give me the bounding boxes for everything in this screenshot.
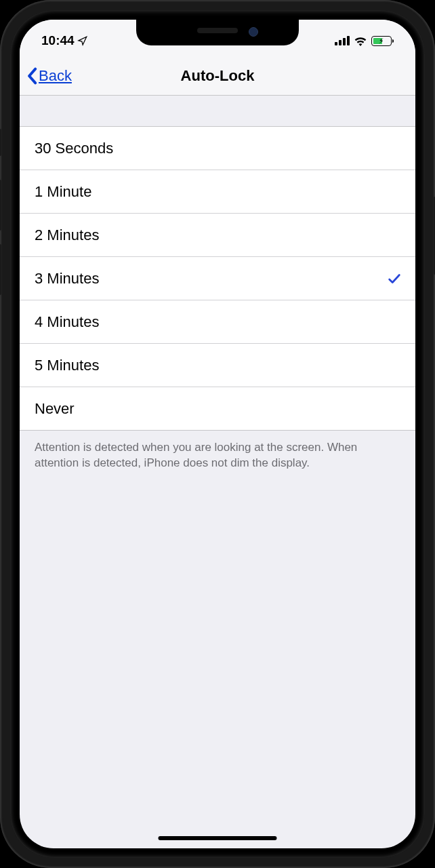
cellular-icon xyxy=(335,36,350,45)
page-title: Auto-Lock xyxy=(181,67,255,85)
bezel: 10:44 ⚡︎ xyxy=(10,10,425,858)
section-spacer xyxy=(20,96,415,127)
chevron-left-icon xyxy=(26,67,37,85)
option-row[interactable]: 30 Seconds xyxy=(20,127,415,170)
wifi-icon xyxy=(354,36,367,46)
option-label: 30 Seconds xyxy=(35,140,113,157)
footer-text: Attention is detected when you are looki… xyxy=(20,431,415,481)
status-time: 10:44 xyxy=(41,33,75,48)
option-label: 5 Minutes xyxy=(35,357,99,374)
option-row[interactable]: 3 Minutes xyxy=(20,257,415,300)
location-icon xyxy=(77,36,87,46)
notch xyxy=(136,20,299,45)
option-row[interactable]: 1 Minute xyxy=(20,170,415,214)
battery-icon: ⚡︎ xyxy=(371,36,394,46)
option-row[interactable]: 4 Minutes xyxy=(20,300,415,344)
option-row[interactable]: Never xyxy=(20,387,415,431)
option-label: 4 Minutes xyxy=(35,313,99,331)
back-button[interactable]: Back xyxy=(26,67,72,85)
option-label: Never xyxy=(35,400,75,418)
option-row[interactable]: 5 Minutes xyxy=(20,344,415,387)
screen: 10:44 ⚡︎ xyxy=(20,20,415,848)
volume-down-button[interactable] xyxy=(0,244,1,295)
nav-bar: Back Auto-Lock xyxy=(20,56,415,96)
option-label: 2 Minutes xyxy=(35,226,99,244)
option-label: 1 Minute xyxy=(35,183,91,201)
back-label: Back xyxy=(39,67,72,85)
mute-switch[interactable] xyxy=(0,129,1,156)
speaker xyxy=(197,28,238,33)
option-row[interactable]: 2 Minutes xyxy=(20,214,415,257)
home-indicator[interactable] xyxy=(159,836,277,840)
status-right: ⚡︎ xyxy=(335,36,394,46)
status-left: 10:44 xyxy=(41,33,87,48)
device-frame: 10:44 ⚡︎ xyxy=(0,0,435,868)
checkmark-icon xyxy=(387,271,402,286)
option-label: 3 Minutes xyxy=(35,270,99,288)
volume-up-button[interactable] xyxy=(0,180,1,231)
options-list: 30 Seconds1 Minute2 Minutes3 Minutes4 Mi… xyxy=(20,127,415,431)
